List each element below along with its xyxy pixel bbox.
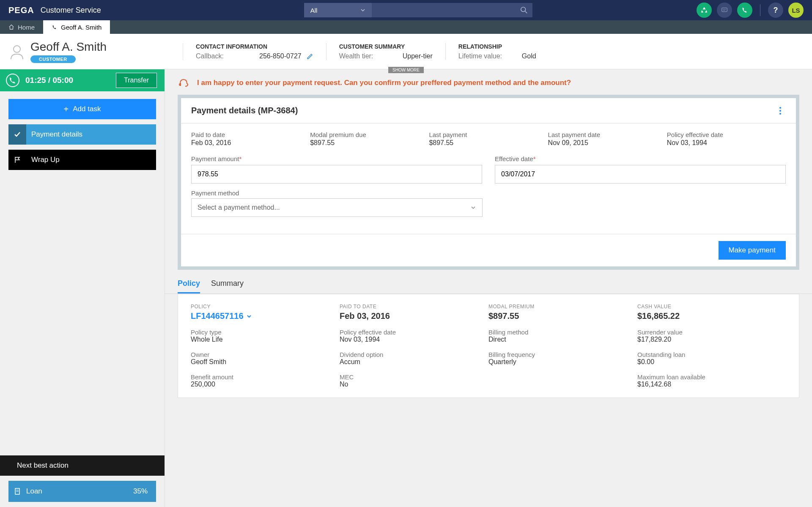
separator xyxy=(760,4,760,16)
customer-summary-col: CUSTOMER SUMMARY Wealth tier: Upper-tier xyxy=(326,43,445,60)
surrender-value: $17,829.20 xyxy=(637,336,786,343)
search-button[interactable] xyxy=(516,3,532,17)
search-area: All xyxy=(304,3,532,17)
svg-rect-2 xyxy=(722,8,727,12)
edit-callback-button[interactable] xyxy=(307,53,313,60)
payment-card-menu[interactable] xyxy=(775,107,786,115)
chat-icon xyxy=(721,6,728,14)
phone-button[interactable] xyxy=(737,3,752,18)
customer-name: Geoff A. Smith xyxy=(30,40,107,54)
last-payment-date-label: Last payment date xyxy=(548,131,667,138)
phone-ring-icon xyxy=(5,73,20,88)
pencil-icon xyxy=(307,53,313,60)
paid-to-date-label: Paid to date xyxy=(191,131,310,138)
svg-point-0 xyxy=(521,7,526,12)
payment-details-label: Payment details xyxy=(26,130,82,139)
search-filter-dropdown[interactable]: All xyxy=(304,3,372,17)
modal-premium-value: $897.55 xyxy=(310,139,429,147)
svg-line-1 xyxy=(525,11,527,14)
callback-value: 256-850-0727 xyxy=(259,52,302,60)
chevron-down-icon xyxy=(246,313,252,319)
contact-info-col: CONTACT INFORMATION Callback: 256-850-07… xyxy=(183,43,326,60)
policy-number-link[interactable]: LF144657116 xyxy=(191,311,340,321)
billing-freq-label: Billing frequency xyxy=(488,351,637,358)
relationship-col: RELATIONSHIP Lifetime value: Gold xyxy=(445,43,549,60)
user-avatar[interactable]: LS xyxy=(788,3,804,18)
payment-method-label: Payment method xyxy=(191,189,483,197)
search-input[interactable] xyxy=(372,3,516,17)
callback-label: Callback: xyxy=(196,52,251,60)
tab-customer-label: Geoff A. Smith xyxy=(61,24,102,31)
tab-home[interactable]: Home xyxy=(0,20,43,34)
help-button[interactable]: ? xyxy=(768,3,783,18)
prompt-text: I am happy to enter your payment request… xyxy=(197,79,571,87)
prompt-bar: I am happy to enter your payment request… xyxy=(165,69,812,95)
nba-loan-pct: 35% xyxy=(133,487,156,496)
customer-summary-title: CUSTOMER SUMMARY xyxy=(339,43,433,50)
logo: PEGA xyxy=(8,5,34,15)
tab-customer[interactable]: Geoff A. Smith xyxy=(43,20,110,34)
question-icon: ? xyxy=(774,6,778,15)
tabs-row: Home Geoff A. Smith xyxy=(0,20,812,34)
required-marker: * xyxy=(533,155,536,162)
payment-amount-label: Payment amount xyxy=(191,155,239,162)
p-modal-prem-label: MODAL PREMIUM xyxy=(488,304,637,310)
billing-freq-value: Quarterly xyxy=(488,358,637,366)
payment-method-placeholder: Select a payment method... xyxy=(198,204,280,211)
check-icon xyxy=(14,131,21,138)
add-task-button[interactable]: + Add task xyxy=(8,99,156,119)
customer-name-block: Geoff A. Smith CUSTOMER xyxy=(30,40,107,63)
search-icon xyxy=(520,6,528,14)
phone-small-icon xyxy=(52,24,58,30)
policy-type-label: Policy type xyxy=(191,329,340,336)
transfer-button[interactable]: Transfer xyxy=(116,73,157,88)
max-loan-value: $16,142.68 xyxy=(637,381,786,388)
document-icon xyxy=(14,488,21,495)
call-timer: 01:25 / 05:00 xyxy=(25,76,116,85)
last-payment-value: $897.55 xyxy=(429,139,548,147)
loan-out-value: $0.00 xyxy=(637,358,786,366)
plus-icon: + xyxy=(64,104,69,114)
policy-eff-label: Policy effective date xyxy=(667,131,786,138)
show-more-button[interactable]: SHOW MORE xyxy=(388,67,424,73)
user-initials: LS xyxy=(792,7,800,14)
required-marker: * xyxy=(239,155,241,162)
info-columns: CONTACT INFORMATION Callback: 256-850-07… xyxy=(183,43,812,60)
p-cash-value: $16,865.22 xyxy=(637,311,786,321)
policy-type-value: Whole Life xyxy=(191,336,340,343)
wrap-up-label: Wrap Up xyxy=(26,156,60,164)
billing-method-value: Direct xyxy=(488,336,637,343)
nba-item-loan[interactable]: Loan 35% xyxy=(8,481,156,502)
right-content: I am happy to enter your payment request… xyxy=(165,69,812,507)
make-payment-button[interactable]: Make payment xyxy=(719,241,786,260)
p-cash-value-label: CASH VALUE xyxy=(637,304,786,310)
tab-policy[interactable]: Policy xyxy=(178,279,200,293)
payment-card-title: Payment details (MP-3684) xyxy=(191,106,298,115)
dividend-label: Dividend option xyxy=(340,351,488,358)
sidebar-item-payment-details[interactable]: Payment details xyxy=(8,124,156,145)
nba-header: Next best action xyxy=(0,455,165,476)
owner-label: Owner xyxy=(191,351,340,358)
payment-method-select[interactable]: Select a payment method... xyxy=(191,198,483,217)
sidebar-item-wrap-up[interactable]: Wrap Up xyxy=(8,150,156,170)
payment-amount-input[interactable] xyxy=(191,165,482,184)
chat-button[interactable] xyxy=(717,3,732,18)
relationship-title: RELATIONSHIP xyxy=(458,43,536,50)
effective-date-input[interactable] xyxy=(495,165,786,184)
wealth-tier-label: Wealth tier: xyxy=(339,52,394,60)
surrender-label: Surrender value xyxy=(637,329,786,336)
headset-icon xyxy=(178,77,189,89)
last-payment-label: Last payment xyxy=(429,131,548,138)
left-sidebar: 01:25 / 05:00 Transfer + Add task Paymen… xyxy=(0,69,165,507)
svg-point-5 xyxy=(14,46,20,52)
tab-summary[interactable]: Summary xyxy=(211,279,244,293)
svg-point-10 xyxy=(779,107,781,109)
recycle-button[interactable] xyxy=(697,3,712,18)
top-icons: ? LS xyxy=(697,3,804,18)
policy-block: POLICYLF144657116 PAID TO DATEFeb 03, 20… xyxy=(178,294,799,398)
add-task-label: Add task xyxy=(73,105,101,113)
wealth-tier-value: Upper-tier xyxy=(403,52,433,60)
p-paid-to-date-value: Feb 03, 2016 xyxy=(340,311,488,321)
avatar-icon xyxy=(8,43,25,60)
policy-number: LF144657116 xyxy=(191,311,244,321)
